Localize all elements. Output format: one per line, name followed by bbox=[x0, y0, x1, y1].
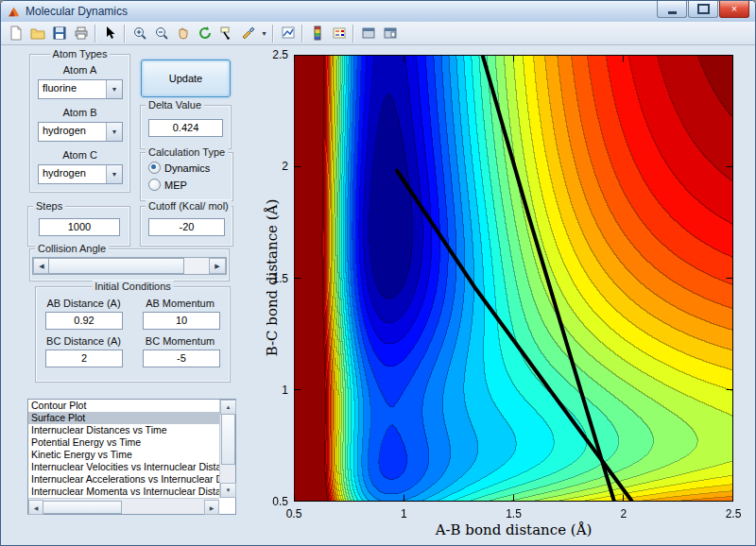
contour-canvas[interactable] bbox=[294, 55, 733, 502]
ab-distance-field[interactable]: 0.92 bbox=[45, 312, 123, 330]
list-item[interactable]: Kinetic Energy vs Time bbox=[28, 449, 219, 461]
open-file-button[interactable] bbox=[26, 23, 48, 43]
ab-distance-label: AB Distance (A) bbox=[39, 298, 129, 309]
close-button[interactable]: × bbox=[719, 1, 749, 18]
horizontal-scrollbar[interactable]: ◀ ▶ bbox=[28, 498, 219, 514]
x-tick-label: 1.5 bbox=[495, 507, 533, 520]
slider-right-arrow[interactable]: ▶ bbox=[209, 258, 226, 274]
open-folder-icon bbox=[30, 26, 45, 41]
new-figure-button[interactable] bbox=[5, 23, 26, 43]
toolbar: ▾ bbox=[1, 22, 755, 45]
datatip-icon bbox=[219, 26, 234, 41]
titlebar[interactable]: Molecular Dynamics × bbox=[1, 1, 755, 23]
link-plot-button[interactable] bbox=[277, 23, 299, 43]
chevron-down-icon: ▼ bbox=[112, 128, 118, 135]
y-tick-label: 1.5 bbox=[254, 272, 288, 285]
y-tick-label: 1 bbox=[254, 384, 288, 397]
toolbar-separator bbox=[352, 25, 354, 43]
radio-mep[interactable]: MEP bbox=[148, 179, 187, 191]
insert-colorbar-button[interactable] bbox=[306, 23, 328, 43]
colorbar-icon bbox=[310, 26, 325, 41]
pan-button[interactable] bbox=[172, 23, 194, 43]
bc-distance-field[interactable]: 2 bbox=[45, 350, 123, 367]
ab-momentum-label: AB Momentum bbox=[135, 298, 225, 309]
maximize-button[interactable] bbox=[688, 1, 718, 18]
data-cursor-button[interactable] bbox=[215, 23, 237, 43]
panel-title: Delta Value bbox=[146, 99, 204, 111]
arrow-right-icon: ▶ bbox=[210, 504, 215, 511]
show-plot-tools-button[interactable] bbox=[379, 23, 401, 43]
toolbar-separator bbox=[124, 25, 126, 43]
zoom-out-button[interactable] bbox=[150, 23, 172, 43]
printer-icon bbox=[74, 26, 89, 41]
app-window: Molecular Dynamics × bbox=[0, 0, 756, 546]
panel-title: Steps bbox=[33, 200, 65, 212]
brush-icon bbox=[241, 26, 256, 41]
atom-c-dropdown[interactable]: hydrogen ▼ bbox=[38, 164, 123, 184]
atom-b-dropdown[interactable]: hydrogen ▼ bbox=[38, 122, 123, 142]
toolbar-separator bbox=[94, 25, 96, 43]
list-item[interactable]: Internuclear Accelerations vs Internucle… bbox=[28, 473, 219, 486]
scroll-left-button[interactable]: ◀ bbox=[28, 500, 43, 515]
zoom-in-icon bbox=[132, 26, 147, 41]
collision-angle-panel: Collision Angle ◀ ▶ bbox=[29, 248, 230, 282]
ab-momentum-field[interactable]: 10 bbox=[143, 312, 220, 330]
x-tick-label: 0.5 bbox=[275, 507, 313, 520]
brush-data-button[interactable] bbox=[237, 23, 259, 43]
y-tick-label: 0.5 bbox=[254, 495, 288, 508]
insert-legend-button[interactable] bbox=[328, 23, 350, 43]
atom-c-value: hydrogen bbox=[43, 167, 86, 179]
cutoff-field[interactable]: -20 bbox=[148, 218, 225, 236]
x-tick-label: 1 bbox=[385, 507, 422, 520]
list-item[interactable]: Contour Plot bbox=[28, 400, 219, 412]
steps-panel: Steps 1000 bbox=[27, 206, 130, 247]
scroll-down-button[interactable]: ▼ bbox=[220, 483, 236, 498]
save-figure-button[interactable] bbox=[48, 23, 70, 43]
list-item[interactable]: Internuclear Momenta vs Internuclear Dis… bbox=[28, 486, 219, 498]
radio-dynamics[interactable]: Dynamics bbox=[148, 162, 210, 174]
panel-title: Collision Angle bbox=[35, 243, 109, 254]
scrollbar-thumb[interactable] bbox=[221, 414, 235, 465]
rotate-3d-button[interactable] bbox=[194, 23, 215, 43]
radio-button-icon[interactable] bbox=[148, 162, 161, 174]
list-item[interactable]: Potential Energy vs Time bbox=[28, 436, 219, 449]
update-button[interactable]: Update bbox=[141, 60, 231, 97]
list-item[interactable]: Surface Plot bbox=[28, 412, 219, 424]
panel-title: Calculation Type bbox=[146, 146, 228, 158]
panel-title: Initial Conditions bbox=[92, 281, 174, 292]
atom-b-label: Atom B bbox=[30, 107, 129, 118]
chevron-down-icon: ▼ bbox=[112, 171, 118, 178]
zoom-in-button[interactable] bbox=[129, 23, 150, 43]
bc-momentum-field[interactable]: -5 bbox=[143, 350, 220, 367]
atom-a-dropdown[interactable]: fluorine ▼ bbox=[38, 79, 123, 99]
brush-dropdown-button[interactable]: ▾ bbox=[259, 23, 269, 43]
scrollbar-thumb[interactable] bbox=[43, 501, 122, 514]
window-title: Molecular Dynamics bbox=[26, 5, 128, 18]
cutoff-panel: Cutoff (Kcal/ mol) -20 bbox=[140, 206, 233, 247]
arrow-cursor-icon bbox=[103, 26, 118, 41]
scroll-up-button[interactable]: ▲ bbox=[220, 400, 236, 415]
dropdown-button[interactable]: ▼ bbox=[106, 80, 122, 98]
steps-field[interactable]: 1000 bbox=[39, 218, 120, 236]
delta-value-field[interactable]: 0.424 bbox=[148, 119, 223, 137]
arrow-left-icon: ◀ bbox=[39, 263, 43, 270]
vertical-scrollbar[interactable]: ▲ ▼ bbox=[219, 400, 235, 498]
pes-contour-plot: A-B bond distance (Å) B-C bond distance … bbox=[294, 55, 733, 502]
delta-value-panel: Delta Value 0.424 bbox=[140, 105, 232, 149]
list-item[interactable]: Internuclear Distances vs Time bbox=[28, 424, 219, 436]
dropdown-button[interactable]: ▼ bbox=[106, 123, 122, 141]
dropdown-button[interactable]: ▼ bbox=[106, 165, 122, 183]
radio-button-icon[interactable] bbox=[148, 179, 161, 191]
scroll-right-button[interactable]: ▶ bbox=[204, 500, 219, 515]
print-figure-button[interactable] bbox=[70, 23, 92, 43]
plot-type-listbox[interactable]: Contour PlotSurface PlotInternuclear Dis… bbox=[27, 399, 236, 515]
hand-icon bbox=[176, 26, 191, 41]
list-item[interactable]: Internuclear Velocities vs Internuclear … bbox=[28, 461, 219, 473]
minimize-button[interactable] bbox=[657, 1, 687, 18]
slider-thumb[interactable] bbox=[48, 258, 184, 274]
y-tick-label: 2 bbox=[254, 160, 288, 173]
collision-angle-slider[interactable]: ◀ ▶ bbox=[32, 257, 227, 275]
edit-plot-button[interactable] bbox=[99, 23, 121, 43]
minimize-icon bbox=[668, 11, 677, 14]
hide-plot-tools-button[interactable] bbox=[357, 23, 379, 43]
